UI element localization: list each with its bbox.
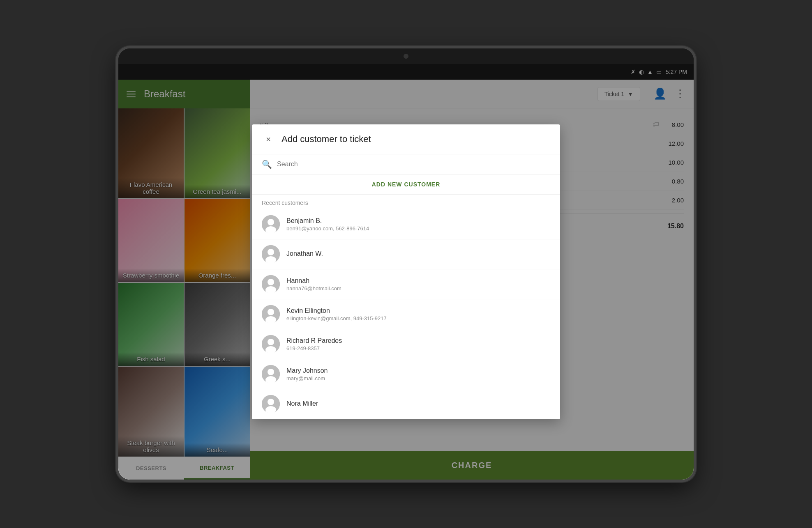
customer-avatar-richard xyxy=(262,335,280,353)
customer-item-kevin[interactable]: Kevin Ellington ellington-kevin@gmail.co… xyxy=(252,299,560,329)
customer-item-benjamin[interactable]: Benjamin B. ben91@yahoo.com, 562-896-761… xyxy=(252,209,560,239)
customer-item-hannah[interactable]: Hannah hanna76@hotmail.com xyxy=(252,269,560,299)
svg-point-1 xyxy=(268,219,274,225)
add-new-customer-label: ADD NEW CUSTOMER xyxy=(372,181,441,188)
customer-avatar-jonathan xyxy=(262,245,280,263)
customer-name-jonathan: Jonathan W. xyxy=(286,250,323,257)
customer-item-nora[interactable]: Nora Miller xyxy=(252,389,560,419)
search-icon: 🔍 xyxy=(262,159,272,169)
customer-info-mary: Mary Johnson mary@mail.com xyxy=(286,367,328,381)
customer-info-hannah: Hannah hanna76@hotmail.com xyxy=(286,277,341,292)
customer-name-benjamin: Benjamin B. xyxy=(286,217,369,225)
add-new-customer-button[interactable]: ADD NEW CUSTOMER xyxy=(252,174,560,195)
dialog-overlay: × Add customer to ticket 🔍 ADD NEW CUSTO… xyxy=(118,64,694,480)
dialog-search: 🔍 xyxy=(252,154,560,174)
dialog-header: × Add customer to ticket xyxy=(252,124,560,154)
dialog-title: Add customer to ticket xyxy=(281,134,371,145)
svg-point-19 xyxy=(268,399,274,405)
close-icon: × xyxy=(266,135,271,144)
svg-point-13 xyxy=(268,339,274,345)
search-input[interactable] xyxy=(277,161,550,168)
customer-detail-mary: mary@mail.com xyxy=(286,375,328,381)
customer-avatar-nora xyxy=(262,395,280,413)
customer-info-benjamin: Benjamin B. ben91@yahoo.com, 562-896-761… xyxy=(286,217,369,232)
customer-item-mary[interactable]: Mary Johnson mary@mail.com xyxy=(252,359,560,389)
customer-info-jonathan: Jonathan W. xyxy=(286,250,323,258)
customer-name-nora: Nora Miller xyxy=(286,400,318,407)
add-customer-dialog: × Add customer to ticket 🔍 ADD NEW CUSTO… xyxy=(252,124,560,419)
customer-detail-benjamin: ben91@yahoo.com, 562-896-7614 xyxy=(286,225,369,232)
tablet-frame: ✗ ◐ ▲ ▭ 5:27 PM Breakfast xyxy=(118,48,694,480)
customer-name-hannah: Hannah xyxy=(286,277,341,285)
customer-name-mary: Mary Johnson xyxy=(286,367,328,374)
tablet-top-bar xyxy=(118,48,694,64)
tablet-camera xyxy=(404,54,408,59)
customer-detail-kevin: ellington-kevin@gmail.com, 949-315-9217 xyxy=(286,315,387,321)
svg-point-10 xyxy=(268,309,274,315)
customer-item-jonathan[interactable]: Jonathan W. xyxy=(252,239,560,269)
customer-info-richard: Richard R Paredes 619-249-8357 xyxy=(286,337,342,351)
customer-avatar-hannah xyxy=(262,275,280,293)
customer-detail-richard: 619-249-8357 xyxy=(286,345,342,351)
dialog-close-button[interactable]: × xyxy=(262,133,275,146)
customer-info-kevin: Kevin Ellington ellington-kevin@gmail.co… xyxy=(286,307,387,321)
customer-avatar-mary xyxy=(262,365,280,383)
tablet-screen: ✗ ◐ ▲ ▭ 5:27 PM Breakfast xyxy=(118,64,694,480)
recent-customers-label: Recent customers xyxy=(252,195,560,209)
customer-detail-hannah: hanna76@hotmail.com xyxy=(286,285,341,292)
customer-info-nora: Nora Miller xyxy=(286,400,318,408)
customer-avatar-kevin xyxy=(262,305,280,323)
customers-list: Benjamin B. ben91@yahoo.com, 562-896-761… xyxy=(252,209,560,419)
customer-name-richard: Richard R Paredes xyxy=(286,337,342,344)
svg-point-4 xyxy=(268,249,274,255)
customer-avatar-benjamin xyxy=(262,215,280,233)
customer-name-kevin: Kevin Ellington xyxy=(286,307,387,315)
customer-item-richard[interactable]: Richard R Paredes 619-249-8357 xyxy=(252,329,560,359)
svg-point-16 xyxy=(268,369,274,375)
svg-point-7 xyxy=(268,279,274,285)
